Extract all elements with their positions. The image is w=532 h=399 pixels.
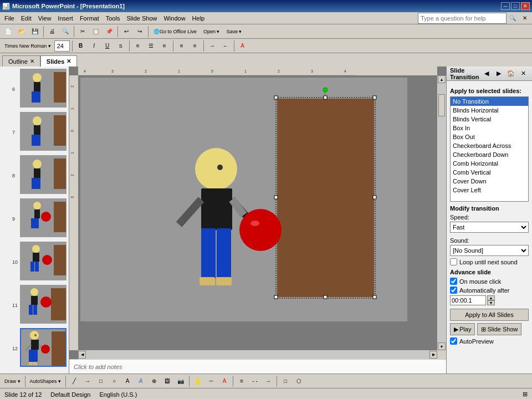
- time-spinner[interactable]: ▲ ▼: [487, 295, 495, 305]
- align-right-button[interactable]: ≡: [158, 40, 171, 52]
- tab-outline[interactable]: Outline ✕: [2, 55, 40, 66]
- transition-checkerboard-down[interactable]: Checkerboard Down: [451, 150, 528, 159]
- line-color-tool[interactable]: ─: [205, 375, 217, 387]
- panel-back-button[interactable]: ◀: [481, 69, 492, 79]
- transition-checkerboard-across[interactable]: Checkerboard Across: [451, 141, 528, 150]
- menu-window[interactable]: Window: [160, 12, 188, 24]
- font-color-button[interactable]: A: [237, 40, 249, 52]
- outline-tab-close[interactable]: ✕: [30, 58, 34, 64]
- rect-tool[interactable]: □: [95, 375, 107, 387]
- menu-view[interactable]: View: [35, 12, 55, 24]
- maximize-button[interactable]: □: [511, 2, 520, 10]
- scroll-thumb-vertical[interactable]: [438, 94, 445, 116]
- on-click-checkbox[interactable]: [450, 278, 457, 285]
- autopreview-checkbox[interactable]: [450, 337, 457, 345]
- slide-11-thumb[interactable]: [20, 285, 66, 324]
- open-dropdown-button[interactable]: Open ▾: [201, 25, 223, 38]
- slide-panel-scroll[interactable]: 6 7: [0, 66, 69, 374]
- transition-blinds-h[interactable]: Blinds Horizontal: [451, 106, 528, 115]
- fill-color-tool[interactable]: ▓: [192, 375, 204, 387]
- slide-6-thumb[interactable]: [20, 69, 66, 108]
- clipart-tool[interactable]: 🖼: [161, 375, 173, 387]
- underline-button[interactable]: U: [101, 40, 114, 52]
- slide-10-thumb[interactable]: [20, 242, 66, 280]
- time-spin-down[interactable]: ▼: [487, 300, 495, 305]
- preview-button[interactable]: 🔍: [59, 25, 71, 38]
- slideshow-button[interactable]: ⊞ Slide Show: [477, 323, 521, 335]
- align-center-button[interactable]: ☰: [145, 40, 157, 52]
- panel-home-button[interactable]: 🏠: [505, 69, 516, 79]
- menu-help[interactable]: Help: [189, 12, 208, 24]
- transition-cover-left[interactable]: Cover Left: [451, 186, 528, 195]
- menu-slideshow[interactable]: Slide Show: [123, 12, 160, 24]
- text-tool[interactable]: A: [121, 375, 134, 387]
- transition-no-transition[interactable]: No Transition: [451, 97, 528, 106]
- transition-blinds-v[interactable]: Blinds Vertical: [451, 115, 528, 124]
- play-button[interactable]: ▶ Play: [450, 323, 475, 335]
- undo-button[interactable]: ↩: [120, 25, 132, 38]
- time-spin-up[interactable]: ▲: [487, 295, 495, 300]
- horizontal-scrollbar[interactable]: ◀ ▶: [78, 350, 437, 359]
- autoshapes-button[interactable]: AutoShapes ▾: [28, 375, 64, 387]
- slide-7-thumb[interactable]: [20, 112, 66, 151]
- menu-tools[interactable]: Tools: [103, 12, 124, 24]
- align-left-button[interactable]: ≡: [132, 40, 144, 52]
- help-search-input[interactable]: [418, 13, 507, 24]
- help-search-button[interactable]: 🔍: [507, 12, 519, 24]
- speed-select[interactable]: Fast Medium Slow: [450, 222, 529, 233]
- increase-indent-button[interactable]: →: [206, 40, 218, 52]
- menu-insert[interactable]: Insert: [54, 12, 76, 24]
- copy-button[interactable]: 📋: [90, 25, 102, 38]
- notes-area[interactable]: Click to add notes: [69, 359, 446, 374]
- auto-after-checkbox[interactable]: [450, 287, 457, 294]
- vertical-scrollbar[interactable]: ▲ ▼: [437, 75, 446, 350]
- shadow-button[interactable]: S: [115, 40, 127, 52]
- dash-style-tool[interactable]: - -: [249, 375, 261, 387]
- cut-button[interactable]: ✂: [76, 25, 89, 38]
- shadow-style-tool[interactable]: □: [279, 375, 291, 387]
- save-button[interactable]: 💾: [29, 25, 41, 38]
- panel-forward-button[interactable]: ▶: [493, 69, 504, 79]
- open-button[interactable]: 📂: [16, 25, 28, 38]
- scroll-down-arrow[interactable]: ▼: [438, 342, 446, 350]
- font-size-input[interactable]: [54, 40, 70, 52]
- slide-9-thumb[interactable]: [20, 198, 66, 237]
- scroll-up-arrow[interactable]: ▲: [438, 75, 446, 83]
- picture-tool[interactable]: 📷: [175, 375, 187, 387]
- oval-tool[interactable]: ○: [108, 375, 120, 387]
- scroll-track-horizontal[interactable]: [86, 351, 429, 359]
- print-button[interactable]: 🖨: [46, 25, 58, 38]
- slides-tab-close[interactable]: ✕: [66, 58, 71, 64]
- tab-slides[interactable]: Slides ✕: [40, 55, 77, 66]
- loop-checkbox[interactable]: [450, 258, 457, 265]
- redo-button[interactable]: ↪: [134, 25, 146, 38]
- office-live-button[interactable]: 🌐 Go to Office Live: [151, 25, 200, 38]
- bold-button[interactable]: B: [75, 40, 87, 52]
- help-close-button[interactable]: ✕: [519, 12, 531, 24]
- decrease-indent-button[interactable]: ←: [219, 40, 232, 52]
- diagram-tool[interactable]: ⊕: [148, 375, 160, 387]
- font-color-tool2[interactable]: A: [218, 375, 231, 387]
- slide-main-canvas[interactable]: [80, 78, 407, 321]
- menu-edit[interactable]: Edit: [18, 12, 35, 24]
- slide-12-thumb[interactable]: [20, 328, 66, 367]
- font-size-btn[interactable]: Times New Roman ▾: [2, 40, 53, 52]
- transition-comb-h[interactable]: Comb Horizontal: [451, 159, 528, 168]
- paste-button[interactable]: 📌: [103, 25, 115, 38]
- close-button[interactable]: ✕: [521, 2, 530, 10]
- bullets-button[interactable]: ≡: [176, 40, 188, 52]
- time-input[interactable]: [450, 295, 486, 305]
- panel-close-button[interactable]: ✕: [518, 69, 529, 79]
- 3d-style-tool[interactable]: ⬡: [293, 375, 305, 387]
- draw-button[interactable]: Draw ▾: [2, 375, 23, 387]
- scroll-track-vertical[interactable]: [438, 83, 446, 342]
- sound-select[interactable]: [No Sound] Applause Arrow: [450, 245, 529, 256]
- menu-format[interactable]: Format: [76, 12, 103, 24]
- save-dropdown-button[interactable]: Save ▾: [223, 25, 244, 38]
- arrow-tool[interactable]: →: [81, 375, 94, 387]
- scroll-right-arrow[interactable]: ▶: [429, 351, 437, 359]
- line-style-tool[interactable]: ≡: [236, 375, 248, 387]
- transition-cover-down[interactable]: Cover Down: [451, 177, 528, 186]
- italic-button[interactable]: I: [88, 40, 100, 52]
- transition-box-out[interactable]: Box Out: [451, 132, 528, 141]
